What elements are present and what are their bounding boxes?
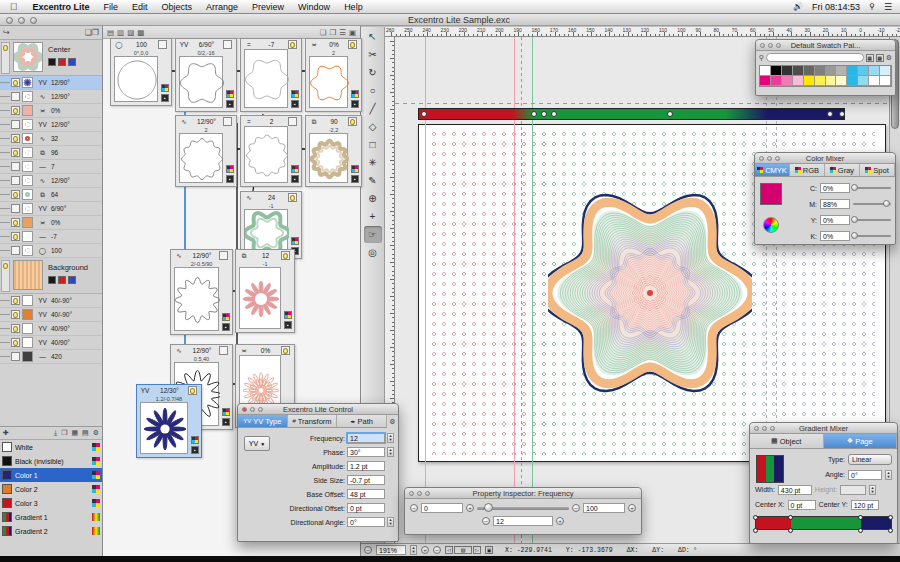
node-style-icon[interactable]: ▪ bbox=[226, 175, 234, 183]
visibility-off-checkbox[interactable] bbox=[11, 352, 20, 361]
gradient-mixer-title[interactable]: Gradient Mixer bbox=[750, 423, 897, 434]
delete-node-icon[interactable]: ▣ bbox=[349, 28, 356, 37]
swatch-cell[interactable] bbox=[880, 66, 891, 76]
add-contour-icon[interactable]: ▤ bbox=[107, 28, 114, 37]
color-row-color-1[interactable]: Color 1 bbox=[0, 468, 102, 482]
slider-knob[interactable] bbox=[851, 184, 858, 191]
visibility-off-checkbox[interactable] bbox=[11, 92, 20, 101]
layer-group-background[interactable]: Background bbox=[0, 258, 102, 294]
layer-row[interactable]: ⧉64 bbox=[0, 188, 102, 202]
visibility-on-checkbox[interactable] bbox=[11, 324, 20, 333]
gradient-stop[interactable] bbox=[551, 111, 557, 117]
layer-row[interactable]: ∿12/90° bbox=[0, 90, 102, 104]
rotate-tool[interactable]: ↻ bbox=[364, 64, 382, 81]
layer-group-center[interactable]: Center bbox=[0, 40, 102, 76]
element-type-popup[interactable]: YV▼ bbox=[244, 436, 270, 451]
ellipse-tool[interactable]: ○ bbox=[364, 82, 382, 99]
color-row-color-3[interactable]: Color 3 bbox=[0, 496, 102, 510]
swatch-cell[interactable] bbox=[782, 66, 793, 76]
copy-node-icon[interactable]: ❐ bbox=[329, 28, 336, 37]
menubar-clock[interactable]: Fri 08:14:53 bbox=[812, 2, 860, 12]
spotlight-icon[interactable]: ⚲ bbox=[869, 2, 875, 11]
swatch-cell[interactable] bbox=[815, 66, 826, 76]
color-swatch[interactable] bbox=[48, 276, 56, 284]
duplicate-color-icon[interactable]: ❐ bbox=[61, 429, 67, 437]
new-group-icon[interactable]: ❏ bbox=[85, 28, 92, 37]
panel-gear-icon[interactable]: ⚙ bbox=[93, 429, 99, 437]
swatch-cell[interactable] bbox=[760, 76, 771, 86]
menu-window[interactable]: Window bbox=[291, 2, 337, 12]
registration-tool[interactable]: ⊕ bbox=[364, 190, 382, 207]
max-value-field[interactable]: 100 bbox=[583, 503, 625, 513]
close-window-button[interactable] bbox=[6, 17, 13, 24]
node-color-icon[interactable] bbox=[291, 237, 299, 245]
swatch-cell[interactable] bbox=[847, 66, 858, 76]
gradient-center-handle[interactable] bbox=[667, 111, 673, 117]
menu-preview[interactable]: Preview bbox=[245, 2, 291, 12]
control-gear-icon[interactable]: ⚙ bbox=[387, 415, 398, 428]
new-color-icon[interactable]: ✚ bbox=[3, 429, 9, 437]
node-card[interactable]: ∿12/90°2▪ bbox=[175, 115, 237, 187]
node-card[interactable]: YV12/30°1.2/-0.7/48▪ bbox=[136, 384, 202, 458]
node-color-icon[interactable] bbox=[222, 408, 230, 416]
apple-menu-icon[interactable]:  bbox=[0, 1, 26, 12]
swatches-panel-title[interactable]: Default Swatch Pal... bbox=[756, 40, 895, 51]
node-color-icon[interactable] bbox=[351, 165, 359, 173]
node-thumb-box[interactable] bbox=[174, 267, 219, 331]
panel-window-buttons[interactable] bbox=[754, 426, 775, 431]
color-swatch[interactable] bbox=[48, 58, 56, 66]
add-modifier-icon[interactable]: ▥ bbox=[117, 28, 124, 37]
node-color-icon[interactable] bbox=[291, 165, 299, 173]
color-row-black-invisible-[interactable]: Black (invisible) bbox=[0, 454, 102, 468]
channel-slider[interactable] bbox=[853, 203, 891, 205]
tab-page[interactable]: ❖Page bbox=[824, 434, 898, 448]
color-swatch[interactable] bbox=[58, 276, 66, 284]
node-card[interactable]: ◯1000°,0,0▪ bbox=[110, 38, 172, 106]
node-style-icon[interactable]: ▪ bbox=[222, 418, 230, 426]
swatch-cell[interactable] bbox=[793, 76, 804, 86]
property-inspector-title[interactable]: Property Inspector: Frequency bbox=[405, 488, 641, 499]
swatch-cell[interactable] bbox=[836, 66, 847, 76]
phase-field[interactable]: 30° bbox=[347, 447, 385, 457]
list-menu-icon[interactable]: ☰ bbox=[884, 2, 892, 12]
node-checkbox[interactable] bbox=[219, 251, 228, 260]
node-thumb-box[interactable] bbox=[179, 133, 223, 183]
pen-tool[interactable]: ✎ bbox=[364, 172, 382, 189]
swatch-cell[interactable] bbox=[858, 76, 869, 86]
gradient-stop[interactable] bbox=[827, 111, 833, 117]
visibility-on-checkbox[interactable] bbox=[11, 148, 20, 157]
menu-edit[interactable]: Edit bbox=[125, 2, 155, 12]
visibility-on-checkbox[interactable] bbox=[11, 190, 20, 199]
gradient-move-handle-left[interactable] bbox=[421, 111, 427, 117]
menu-help[interactable]: Help bbox=[337, 2, 370, 12]
select-tool[interactable]: ↖ bbox=[364, 28, 382, 45]
node-thumb-box[interactable] bbox=[244, 49, 288, 108]
node-visibility-bulb[interactable] bbox=[348, 117, 357, 126]
layer-row[interactable]: YV12/90° bbox=[0, 76, 102, 90]
layer-row[interactable]: YV40/-90° bbox=[0, 308, 102, 322]
node-style-icon[interactable]: ▪ bbox=[226, 100, 234, 108]
zoom-level-field[interactable]: 191% bbox=[376, 545, 406, 555]
value-decrement-button[interactable]: − bbox=[482, 517, 490, 525]
add-grid-icon[interactable]: ▩ bbox=[137, 28, 144, 37]
directional-offset-field[interactable]: 0 pt bbox=[347, 503, 385, 513]
node-style-icon[interactable]: ▪ bbox=[291, 100, 299, 108]
layer-row[interactable]: ∿32 bbox=[0, 132, 102, 146]
channel-slider[interactable] bbox=[853, 187, 891, 189]
swatch-cell[interactable] bbox=[826, 76, 837, 86]
zoom-out-button[interactable]: − bbox=[364, 546, 372, 554]
visibility-off-checkbox[interactable] bbox=[11, 204, 20, 213]
channel-value-field[interactable]: 0% bbox=[820, 183, 850, 193]
gradient-width-field[interactable]: 430 pt bbox=[778, 485, 812, 495]
node-thumb-box[interactable] bbox=[239, 267, 281, 329]
visibility-on-checkbox[interactable] bbox=[11, 310, 20, 319]
visibility-off-checkbox[interactable] bbox=[11, 176, 20, 185]
node-card[interactable]: ⧉12-1▪ bbox=[235, 249, 295, 333]
layer-row[interactable]: YV6/90° bbox=[0, 202, 102, 216]
group-visibility-column[interactable] bbox=[1, 260, 10, 292]
menu-file[interactable]: File bbox=[97, 2, 126, 12]
gear-icon[interactable]: ⚙ bbox=[886, 54, 892, 62]
node-style-icon[interactable]: ▪ bbox=[351, 175, 359, 183]
gradient-stop-handle[interactable] bbox=[753, 515, 758, 520]
layer-row[interactable]: YV40/-90° bbox=[0, 294, 102, 308]
